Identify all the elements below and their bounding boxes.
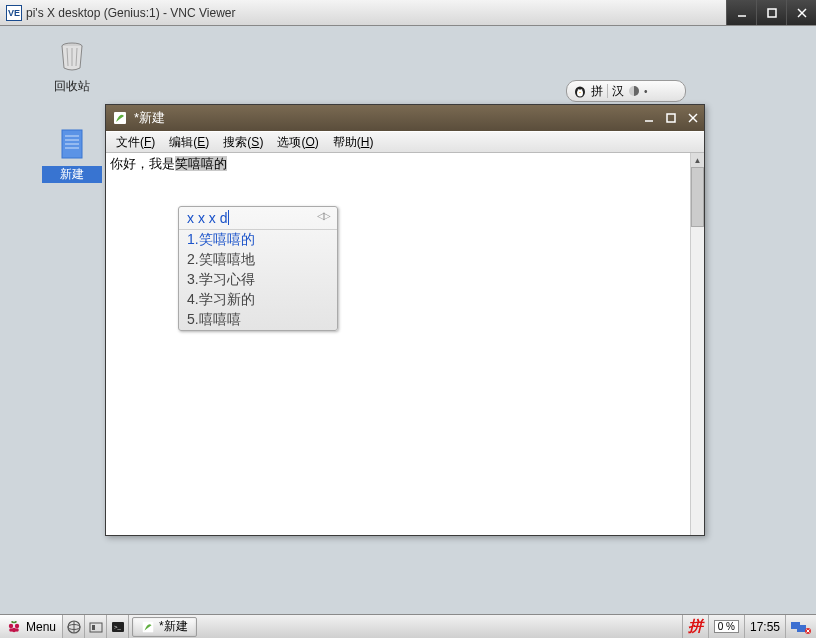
ime-lang[interactable]: 汉 xyxy=(612,83,624,100)
trash-label: 回收站 xyxy=(42,78,102,95)
vnc-titlebar: VE pi's X desktop (Genius:1) - VNC Viewe… xyxy=(0,0,816,26)
maximize-button[interactable] xyxy=(756,0,786,25)
svg-point-27 xyxy=(15,628,19,632)
ime-status-bar[interactable]: 拼 汉 • xyxy=(566,80,686,102)
svg-point-16 xyxy=(581,89,583,91)
ime-candidate-5[interactable]: 5.嘻嘻嘻 xyxy=(179,310,337,330)
editor-menubar: 文件(F)编辑(E)搜索(S)选项(O)帮助(H) xyxy=(106,131,704,153)
minimize-button[interactable] xyxy=(726,0,756,25)
quicklaunch-terminal[interactable]: >_ xyxy=(107,615,129,638)
editor-text-selected: 笑嘻嘻的 xyxy=(175,156,227,171)
taskbar-task-label: *新建 xyxy=(159,618,188,635)
editor-maximize-button[interactable] xyxy=(660,109,682,127)
taskbar-task-editor[interactable]: *新建 xyxy=(132,617,197,637)
scroll-thumb[interactable] xyxy=(691,167,704,227)
start-menu-label: Menu xyxy=(26,620,56,634)
ime-halfmoon-icon[interactable] xyxy=(628,85,640,97)
editor-text-plain: 你好，我是 xyxy=(110,156,175,171)
ime-candidate-window[interactable]: x x x d ◁▷ 1.笑嘻嘻的2.笑嘻嘻地3.学习心得4.学习新的5.嘻嘻嘻 xyxy=(178,206,338,331)
menu-h[interactable]: 帮助(H) xyxy=(327,132,380,153)
trash-icon[interactable]: 回收站 xyxy=(42,38,102,95)
close-button[interactable] xyxy=(786,0,816,25)
svg-point-15 xyxy=(578,89,580,91)
ime-mode[interactable]: 拼 xyxy=(591,83,603,100)
newfile-label: 新建 xyxy=(42,166,102,183)
vnc-window-title: pi's X desktop (Genius:1) - VNC Viewer xyxy=(26,6,726,20)
newfile-desktop-icon[interactable]: 新建 xyxy=(42,126,102,183)
leafpad-icon xyxy=(112,110,128,126)
file-glyph-icon xyxy=(54,126,90,162)
svg-rect-31 xyxy=(90,623,102,632)
raspberry-icon xyxy=(6,619,22,635)
menu-o[interactable]: 选项(O) xyxy=(271,132,324,153)
desktop[interactable]: 回收站 新建 拼 汉 • *新建 文件(F)编辑(E)搜索(S)选项(O)帮助(… xyxy=(0,26,816,614)
editor-title: *新建 xyxy=(134,109,165,127)
svg-point-23 xyxy=(9,623,13,627)
tray-cpu[interactable]: 0 % xyxy=(708,615,744,638)
ime-candidate-1[interactable]: 1.笑嘻嘻的 xyxy=(179,230,337,250)
menu-e[interactable]: 编辑(E) xyxy=(163,132,215,153)
svg-point-26 xyxy=(9,628,13,632)
quicklaunch-browser[interactable] xyxy=(63,615,85,638)
editor-titlebar[interactable]: *新建 xyxy=(106,105,704,131)
scroll-up-button[interactable]: ▲ xyxy=(691,153,704,167)
leafpad-task-icon xyxy=(141,620,155,634)
trash-glyph-icon xyxy=(54,38,90,74)
ime-dot-icon[interactable]: • xyxy=(644,86,648,97)
svg-rect-1 xyxy=(768,9,776,17)
ime-pager[interactable]: ◁▷ xyxy=(317,210,329,226)
penguin-icon xyxy=(573,84,587,98)
start-menu-button[interactable]: Menu xyxy=(0,615,63,638)
menu-s[interactable]: 搜索(S) xyxy=(217,132,269,153)
ime-candidate-3[interactable]: 3.学习心得 xyxy=(179,270,337,290)
svg-rect-37 xyxy=(797,625,806,632)
ime-input-string: x x x d xyxy=(187,210,227,226)
tray-clock: 17:55 xyxy=(744,615,785,638)
svg-text:>_: >_ xyxy=(114,624,122,630)
quicklaunch-files[interactable] xyxy=(85,615,107,638)
svg-point-24 xyxy=(15,623,19,627)
tray-ime-indicator[interactable]: 拼 xyxy=(682,615,708,638)
taskbar: Menu >_ *新建 拼 0 % 17:55 xyxy=(0,614,816,638)
ime-candidate-4[interactable]: 4.学习新的 xyxy=(179,290,337,310)
ime-cursor xyxy=(228,210,229,225)
tray-network-icon[interactable] xyxy=(785,615,816,638)
menu-f[interactable]: 文件(F) xyxy=(110,132,161,153)
editor-minimize-button[interactable] xyxy=(638,109,660,127)
vnc-logo-icon: VE xyxy=(6,5,22,21)
svg-rect-32 xyxy=(92,625,95,630)
svg-rect-20 xyxy=(667,114,675,122)
vertical-scrollbar[interactable]: ▲ xyxy=(690,153,704,535)
editor-close-button[interactable] xyxy=(682,109,704,127)
ime-candidate-2[interactable]: 2.笑嘻嘻地 xyxy=(179,250,337,270)
